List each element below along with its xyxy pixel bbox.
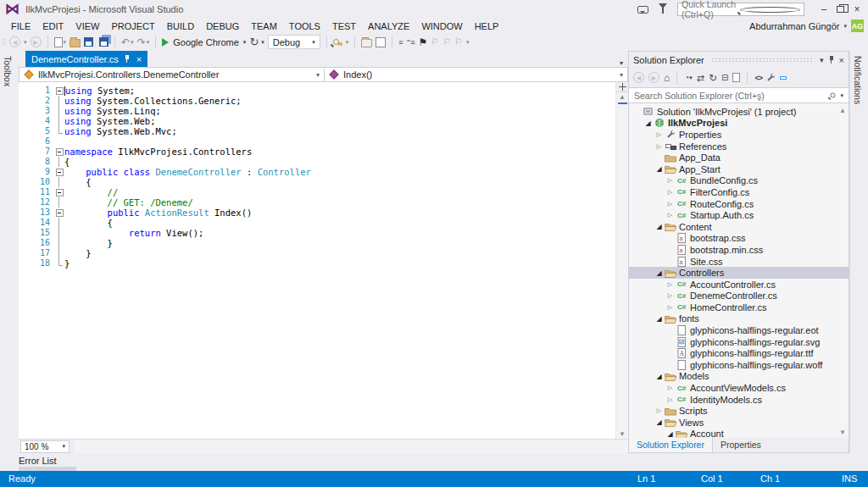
indent-decrease-icon[interactable]: ≡: [398, 36, 403, 48]
fold-collapse-icon[interactable]: [54, 167, 64, 177]
menu-item-debug[interactable]: DEBUG: [200, 20, 245, 32]
code-line[interactable]: 6: [19, 136, 615, 147]
code-line[interactable]: 5using System.Web.Mvc;: [19, 126, 615, 136]
menu-item-tools[interactable]: TOOLS: [283, 20, 326, 32]
feedback-icon[interactable]: [637, 6, 648, 14]
editor-horizontal-scrollbar[interactable]: [75, 440, 628, 453]
tree-item-routeconfig-cs[interactable]: ▷C#RouteConfig.cs: [629, 198, 849, 210]
previous-bookmark-icon[interactable]: ⚐: [431, 36, 439, 47]
pin-icon[interactable]: [125, 55, 131, 63]
expand-arrow-icon[interactable]: ▷: [665, 189, 675, 196]
collapse-arrow-icon[interactable]: ◢: [654, 373, 664, 380]
tree-item-scripts[interactable]: ▷Scripts: [629, 405, 849, 417]
fold-collapse-icon[interactable]: [54, 86, 64, 96]
tree-item-homecontroller-cs[interactable]: ▷C#HomeController.cs: [629, 302, 849, 313]
properties-window-icon[interactable]: [376, 37, 386, 47]
show-all-files-icon[interactable]: [732, 73, 740, 82]
collapse-arrow-icon[interactable]: ◢: [654, 223, 664, 230]
expand-arrow-icon[interactable]: ▷: [654, 407, 664, 414]
expand-arrow-icon[interactable]: ▷: [665, 385, 675, 391]
tool-window-tab-solution-explorer[interactable]: Solution Explorer: [629, 438, 713, 452]
tree-item-identitymodels-cs[interactable]: ▷C#IdentityModels.cs: [629, 394, 849, 406]
code-line[interactable]: 4using System.Web;: [19, 116, 615, 126]
clear-bookmarks-icon[interactable]: ⚐: [454, 36, 463, 47]
tree-item-glyphicons-halflings-regular-svg[interactable]: glyphicons-halflings-regular.svg: [629, 336, 849, 348]
tree-item-accountcontroller-cs[interactable]: ▷C#AccountController.cs: [629, 279, 849, 291]
user-account[interactable]: Abdurrahman Güngör ▾ AG: [749, 19, 868, 32]
redo-button[interactable]: ↷▾: [137, 36, 150, 48]
code-line[interactable]: 9 public class DenemeController : Contro…: [19, 167, 615, 177]
tree-item-glyphicons-halflings-regular-eot[interactable]: glyphicons-halflings-regular.eot: [629, 324, 849, 336]
tree-item-views[interactable]: ◢Views: [629, 417, 849, 429]
status-character[interactable]: Ch 1: [760, 473, 780, 484]
close-icon[interactable]: ×: [136, 54, 142, 64]
forward-icon[interactable]: ►: [648, 72, 659, 83]
toolbar-grip[interactable]: ⁞⁞: [3, 38, 5, 47]
document-list-dropdown-icon[interactable]: ▾: [620, 59, 623, 67]
code-line[interactable]: 3using System.Linq;: [19, 106, 615, 116]
properties-wrench-icon[interactable]: [766, 73, 776, 82]
expand-arrow-icon[interactable]: ▷: [665, 304, 675, 311]
tree-item-properties[interactable]: ▷Properties: [629, 129, 849, 141]
tree-item-ilkmvcprojesi[interactable]: ◢IlkMvcProjesi: [629, 118, 849, 130]
expand-arrow-icon[interactable]: ▷: [665, 281, 675, 288]
back-icon[interactable]: ◄: [633, 72, 644, 83]
tree-item-bundleconfig-cs[interactable]: ▷C#BundleConfig.cs: [629, 175, 849, 187]
menu-item-window[interactable]: WINDOW: [415, 20, 468, 32]
save-all-icon[interactable]: [99, 37, 108, 47]
fold-collapse-icon[interactable]: [54, 208, 64, 218]
tree-item-accountviewmodels-cs[interactable]: ▷C#AccountViewModels.cs: [629, 382, 849, 394]
menu-item-test[interactable]: TEST: [326, 20, 362, 32]
tree-item-fonts[interactable]: ◢fonts: [629, 313, 849, 325]
bookmark-overflow-icon[interactable]: ▾: [466, 36, 470, 48]
new-folder-icon[interactable]: [361, 37, 372, 47]
code-line[interactable]: 16 }: [19, 238, 615, 248]
code-line[interactable]: 15 return View();: [19, 228, 615, 238]
open-file-icon[interactable]: [70, 39, 81, 47]
expand-arrow-icon[interactable]: ▷: [665, 292, 675, 299]
tree-scroll-down-icon[interactable]: ▼: [839, 429, 846, 436]
collapse-all-icon[interactable]: ⊟: [721, 72, 728, 84]
collapse-arrow-icon[interactable]: ◢: [654, 315, 664, 323]
collapse-arrow-icon[interactable]: ◢: [654, 165, 664, 173]
fold-collapse-icon[interactable]: [54, 187, 64, 197]
expand-arrow-icon[interactable]: ▷: [665, 201, 675, 208]
toolbar-overflow-icon[interactable]: ▾: [346, 36, 349, 48]
tree-item-glyphicons-halflings-regular-woff[interactable]: glyphicons-halflings-regular.woff: [629, 359, 849, 371]
menu-item-team[interactable]: TEAM: [245, 20, 283, 32]
member-dropdown[interactable]: Index() ▾: [325, 68, 627, 81]
start-debug-button[interactable]: Google Chrome ▾: [162, 37, 246, 47]
tree-item-models[interactable]: ◢Models: [629, 371, 849, 383]
solution-search-input[interactable]: Search Solution Explorer (Ctrl+ş) ▾: [629, 87, 849, 103]
tree-item-controllers[interactable]: ◢Controllers: [629, 267, 849, 279]
solution-configuration-combo[interactable]: Debug ▾: [268, 35, 320, 49]
tree-item-account[interactable]: ◢Account: [629, 429, 849, 438]
menu-item-file[interactable]: FILE: [5, 20, 36, 32]
scroll-up-icon[interactable]: ▲: [619, 92, 626, 102]
code-line[interactable]: 18}: [19, 258, 615, 268]
home-icon[interactable]: ⌂: [664, 72, 670, 84]
refresh-icon[interactable]: ↻: [709, 72, 717, 84]
menu-item-edit[interactable]: EDIT: [36, 20, 70, 32]
code-lines[interactable]: 1using System;2using System.Collections.…: [19, 82, 615, 439]
tree-item-denemecontroller-cs[interactable]: ▷C#DenemeController.cs: [629, 291, 849, 302]
minimize-button[interactable]: –: [818, 3, 830, 15]
tree-scroll-up-icon[interactable]: ▲: [839, 107, 846, 114]
document-tab[interactable]: DenemeController.cs ×: [25, 51, 147, 67]
save-icon[interactable]: [84, 37, 93, 47]
code-line[interactable]: 11 //: [19, 187, 615, 197]
notifications-tab[interactable]: Notifications: [850, 51, 865, 109]
tree-item-references[interactable]: ▷References: [629, 141, 849, 152]
collapse-arrow-icon[interactable]: ◢: [654, 418, 664, 426]
tree-item-site-css[interactable]: aSite.css: [629, 256, 849, 268]
tree-item-solution-ilkmvcprojesi-1-project[interactable]: Solution 'IlkMvcProjesi' (1 project): [629, 106, 849, 118]
preview-selected-toggle-icon[interactable]: [780, 76, 787, 80]
solution-explorer-header[interactable]: Solution Explorer ▾ ×: [629, 52, 849, 68]
menu-item-analyze[interactable]: ANALYZE: [362, 20, 415, 32]
notifications-flag-icon[interactable]: [659, 3, 667, 13]
status-line[interactable]: Ln 1: [637, 473, 655, 484]
code-editor[interactable]: 1using System;2using System.Collections.…: [19, 82, 628, 439]
new-file-button[interactable]: ▾: [54, 36, 67, 48]
indent-increase-icon[interactable]: ⁼≡: [407, 36, 415, 48]
find-in-files-icon[interactable]: [333, 39, 342, 46]
